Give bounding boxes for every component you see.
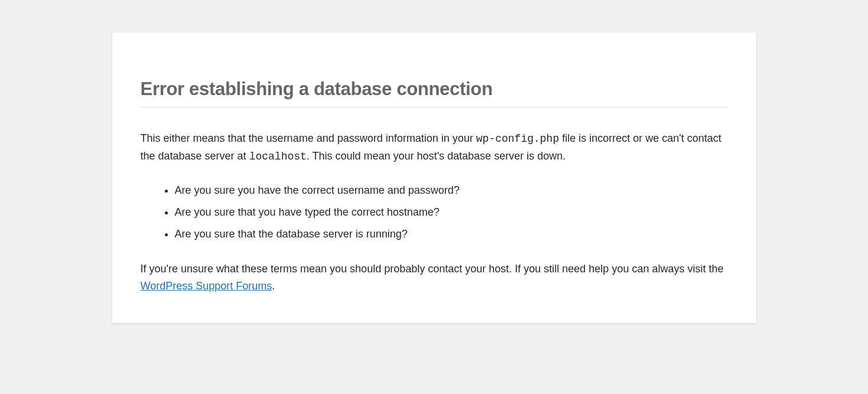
error-intro-paragraph: This either means that the username and …	[141, 130, 728, 165]
config-file-code: wp-config.php	[476, 133, 559, 145]
list-item: Are you sure that you have typed the cor…	[175, 205, 728, 220]
outro-prefix: If you're unsure what these terms mean y…	[141, 263, 724, 275]
intro-suffix: . This could mean your host's database s…	[307, 150, 565, 162]
intro-prefix: This either means that the username and …	[141, 132, 476, 144]
support-forums-link[interactable]: WordPress Support Forums	[141, 280, 272, 292]
list-item: Are you sure you have the correct userna…	[175, 183, 728, 198]
error-outro-paragraph: If you're unsure what these terms mean y…	[141, 261, 728, 295]
error-title: Error establishing a database connection	[141, 50, 728, 108]
list-item: Are you sure that the database server is…	[175, 227, 728, 242]
outro-suffix: .	[272, 280, 275, 292]
host-code: localhost	[249, 151, 307, 162]
error-checks-list: Are you sure you have the correct userna…	[175, 183, 728, 242]
error-page-container: Error establishing a database connection…	[112, 32, 756, 323]
